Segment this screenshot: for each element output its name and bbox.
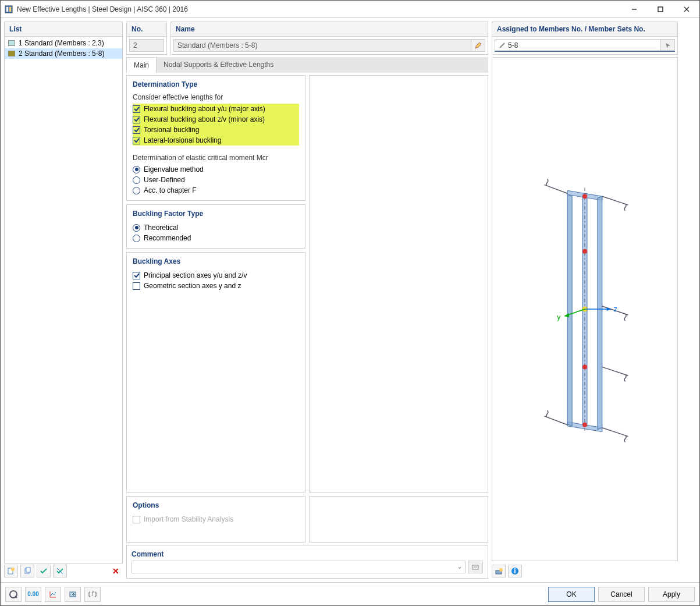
radio-label: Acc. to chapter F xyxy=(144,186,197,194)
name-text: Standard (Members : 5-8) xyxy=(177,41,257,49)
comment-more-button[interactable] xyxy=(468,561,483,573)
svg-marker-19 xyxy=(598,196,602,429)
tab-main[interactable]: Main xyxy=(126,57,157,73)
svg-point-8 xyxy=(11,568,15,571)
checkbox-flex-zv[interactable] xyxy=(133,116,140,123)
checkbox-geometric-axes[interactable] xyxy=(133,282,140,290)
tab-nodal-supports[interactable]: Nodal Supports & Effective Lengths xyxy=(157,57,280,73)
footer: 0.00 f OK Cancel Apply xyxy=(1,582,699,605)
list-item[interactable]: 1 Standard (Members : 2,3) xyxy=(5,38,122,48)
tabs: Main Nodal Supports & Effective Lengths xyxy=(126,57,488,73)
list-item-label: 1 Standard (Members : 2,3) xyxy=(19,39,104,47)
svg-rect-2 xyxy=(9,7,11,12)
edit-name-button[interactable] xyxy=(471,40,485,51)
close-button[interactable] xyxy=(673,1,699,18)
svg-marker-29 xyxy=(564,313,569,317)
radio-label: Recommended xyxy=(144,234,191,242)
checkbox-import-stability xyxy=(133,516,140,523)
comment-group: Comment xyxy=(126,545,488,579)
determination-type-group: Determination Type Consider effective le… xyxy=(126,75,305,201)
export-button[interactable] xyxy=(65,587,81,602)
cancel-button[interactable]: Cancel xyxy=(598,587,645,602)
assigned-value[interactable]: 5-8 xyxy=(495,39,675,52)
svg-rect-0 xyxy=(5,6,12,13)
blank-panel-2 xyxy=(309,496,488,543)
svg-rect-4 xyxy=(658,7,663,12)
radio-label: Eigenvalue method xyxy=(144,165,204,173)
maximize-button[interactable] xyxy=(647,1,673,18)
comment-input[interactable] xyxy=(132,561,466,573)
preview-toolbar: i xyxy=(492,564,678,579)
graph-button[interactable] xyxy=(45,587,61,602)
check-label: Flexural buckling about y/u (major axis) xyxy=(144,105,265,113)
svg-rect-10 xyxy=(26,568,30,572)
factor-header: Buckling Factor Type xyxy=(133,210,299,218)
app-icon xyxy=(4,5,13,14)
name-value[interactable]: Standard (Members : 5-8) xyxy=(173,39,485,52)
consider-lengths-label: Consider effective lengths for xyxy=(133,93,299,101)
svg-point-25 xyxy=(582,423,587,427)
buckling-factor-group: Buckling Factor Type Theoretical Recomme… xyxy=(126,204,305,249)
assigned-text: 5-8 xyxy=(508,41,518,49)
no-value[interactable]: 2 xyxy=(129,39,164,52)
radio-label: User-Defined xyxy=(144,176,185,184)
check-label: Lateral-torsional buckling xyxy=(144,136,221,144)
name-label: Name xyxy=(171,22,488,37)
checkbox-lateral-torsional[interactable] xyxy=(133,137,140,144)
check-label: Import from Stability Analysis xyxy=(144,515,233,523)
check-all-button[interactable] xyxy=(37,565,51,577)
minimize-button[interactable] xyxy=(621,1,647,18)
svg-rect-1 xyxy=(6,7,8,12)
svg-marker-18 xyxy=(567,194,572,426)
check-label: Geometric section axes y and z xyxy=(144,282,241,290)
check-label: Flexural buckling about z/v (minor axis) xyxy=(144,115,265,123)
comment-header: Comment xyxy=(132,550,483,558)
options-header: Options xyxy=(133,501,299,509)
member-icon xyxy=(499,42,506,49)
checkbox-torsional[interactable] xyxy=(133,126,140,134)
buckling-axes-group: Buckling Axes Principal section axes y/u… xyxy=(126,252,305,492)
list-panel: List 1 Standard (Members : 2,3) 2 Standa… xyxy=(4,22,123,564)
help-button[interactable] xyxy=(5,587,22,602)
preview-settings-button[interactable] xyxy=(492,565,506,577)
radio-recommended[interactable] xyxy=(133,235,140,242)
units-button[interactable]: 0.00 xyxy=(25,587,41,602)
pick-members-button[interactable] xyxy=(660,40,674,51)
window-title: New Effective Lengths | Steel Design | A… xyxy=(17,5,621,13)
assigned-label: Assigned to Members No. / Member Sets No… xyxy=(492,22,677,37)
list-toolbar: ✕ xyxy=(4,564,123,579)
radio-theoretical[interactable] xyxy=(133,224,140,232)
preview-3d[interactable]: z y xyxy=(492,57,678,561)
svg-text:f: f xyxy=(91,590,94,598)
checkbox-principal-axes[interactable] xyxy=(133,272,140,279)
uncheck-all-button[interactable] xyxy=(53,565,67,577)
svg-point-22 xyxy=(582,249,587,254)
preview-info-button[interactable]: i xyxy=(508,565,522,577)
radio-chapter-f[interactable] xyxy=(133,187,140,194)
checkbox-flex-yu[interactable] xyxy=(133,105,140,113)
copy-button[interactable] xyxy=(20,565,34,577)
blank-panel-1 xyxy=(309,75,488,492)
axis-z-label: z xyxy=(614,305,617,313)
list-item-label: 2 Standard (Members : 5-8) xyxy=(19,49,104,58)
name-field-group: Name Standard (Members : 5-8) xyxy=(170,22,488,55)
radio-user-defined[interactable] xyxy=(133,176,140,184)
delete-button[interactable]: ✕ xyxy=(109,565,123,577)
assigned-field-group: Assigned to Members No. / Member Sets No… xyxy=(492,22,678,55)
script-button[interactable]: f xyxy=(84,587,101,602)
apply-button[interactable]: Apply xyxy=(648,587,695,602)
axes-header: Buckling Axes xyxy=(133,257,299,265)
options-group: Options Import from Stability Analysis xyxy=(126,496,305,543)
svg-point-24 xyxy=(582,364,587,369)
ok-button[interactable]: OK xyxy=(548,587,595,602)
axis-y-label: y xyxy=(557,313,560,321)
svg-point-21 xyxy=(582,194,587,199)
swatch-icon xyxy=(8,51,15,56)
list-item[interactable]: 2 Standard (Members : 5-8) xyxy=(5,48,122,59)
svg-marker-27 xyxy=(607,307,611,311)
new-button[interactable] xyxy=(4,565,18,577)
svg-text:i: i xyxy=(514,567,516,575)
radio-eigenvalue[interactable] xyxy=(133,166,140,173)
no-field-group: No. 2 xyxy=(126,22,167,55)
no-label: No. xyxy=(127,22,166,37)
